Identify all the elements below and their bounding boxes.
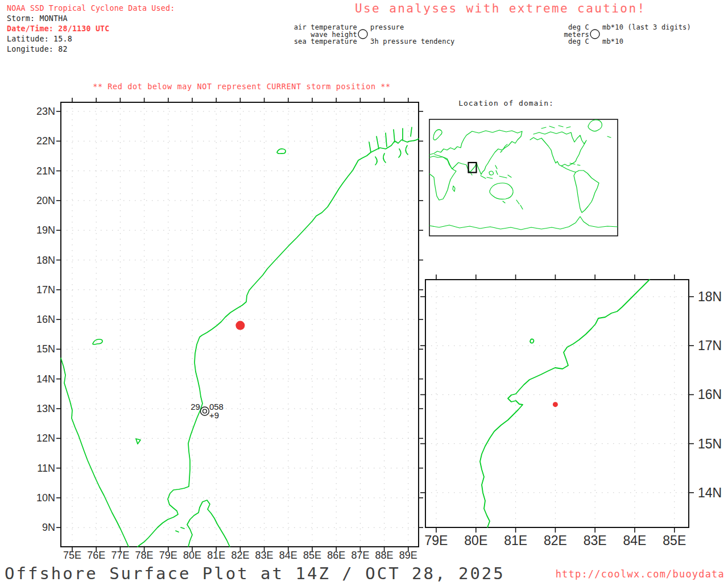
lat-tick-label: 16N xyxy=(36,314,55,326)
lat-tick-label: 17N xyxy=(36,284,55,296)
lon-tick-label: 85E xyxy=(303,550,321,562)
lat-tick-label: 11N xyxy=(37,462,55,474)
lon-tick-label: 81E xyxy=(207,550,225,562)
buoy-plot-page: NOAA SSD Tropical Cyclone Data Used: Sto… xyxy=(0,0,728,582)
lon-tick-label: 78E xyxy=(135,550,154,562)
lon-tick-label: 84E xyxy=(623,533,647,548)
lat-tick-label: 16N xyxy=(698,387,722,402)
lon-tick-label: 85E xyxy=(663,533,686,548)
lon-tick-label: 87E xyxy=(351,550,369,562)
lat-tick-label: 9N xyxy=(42,522,55,534)
lon-tick-label: 83E xyxy=(584,533,607,548)
lon-tick-label: 82E xyxy=(544,533,567,548)
lon-tick-label: 84E xyxy=(279,550,297,562)
lat-tick-label: 20N xyxy=(36,194,55,206)
lat-tick-label: 23N xyxy=(36,106,55,118)
lon-tick-label: 80E xyxy=(183,550,201,562)
lat-tick-label: 18N xyxy=(36,254,55,266)
lon-tick-label: 82E xyxy=(231,550,249,562)
lon-tick-label: 76E xyxy=(87,550,105,562)
lat-tick-label: 14N xyxy=(36,373,55,385)
lon-tick-label: 75E xyxy=(63,550,81,562)
lat-tick-label: 10N xyxy=(36,492,55,504)
lon-tick-label: 81E xyxy=(504,533,527,548)
lon-tick-label: 86E xyxy=(327,550,345,562)
lat-tick-label: 15N xyxy=(698,436,722,451)
lon-tick-label: 77E xyxy=(111,550,129,562)
axis-labels-layer: 75E76E77E78E79E80E81E82E83E84E85E86E87E8… xyxy=(0,0,728,582)
lat-tick-label: 22N xyxy=(36,135,55,147)
footer-title: Offshore Surface Plot at 14Z / OCT 28, 2… xyxy=(5,564,505,582)
lon-tick-label: 88E xyxy=(375,550,394,562)
lat-tick-label: 18N xyxy=(698,289,722,305)
lon-tick-label: 89E xyxy=(399,550,417,562)
lon-tick-label: 79E xyxy=(425,533,448,548)
lon-tick-label: 80E xyxy=(464,533,487,548)
station-tendency-value: +9 xyxy=(209,410,219,419)
lat-tick-label: 17N xyxy=(698,338,722,354)
lat-tick-label: 12N xyxy=(36,433,55,444)
lat-tick-label: 13N xyxy=(36,403,55,415)
lon-tick-label: 79E xyxy=(159,550,177,562)
station-air-temp-value: 29 xyxy=(191,401,200,411)
lat-tick-label: 21N xyxy=(36,165,55,177)
lat-tick-label: 14N xyxy=(698,485,722,500)
footer-url[interactable]: http://coolwx.com/buoydata xyxy=(556,568,725,580)
lat-tick-label: 15N xyxy=(36,343,55,355)
lat-tick-label: 19N xyxy=(36,225,55,236)
lon-tick-label: 83E xyxy=(255,550,274,562)
